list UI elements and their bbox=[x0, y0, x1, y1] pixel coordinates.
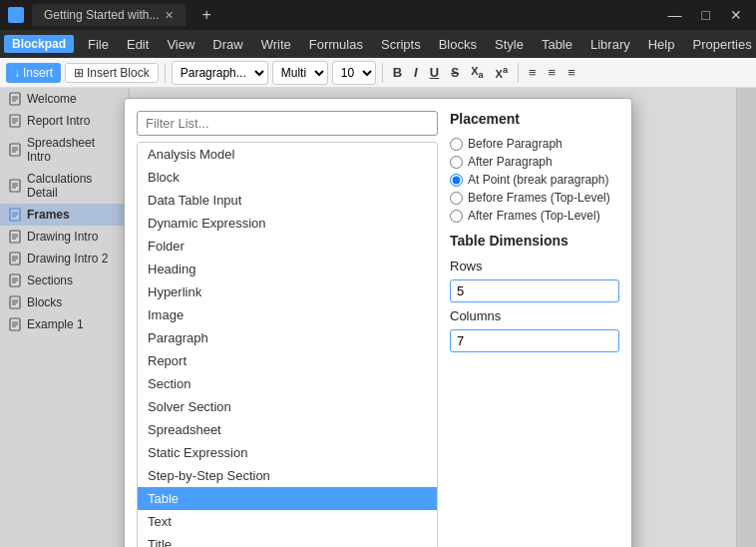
menu-table[interactable]: Table bbox=[534, 34, 580, 55]
menu-formulas[interactable]: Formulas bbox=[301, 34, 371, 55]
menu-blocks[interactable]: Blocks bbox=[431, 34, 485, 55]
menu-file[interactable]: File bbox=[80, 34, 117, 55]
window-controls: — □ ✕ bbox=[662, 7, 748, 23]
insert-button[interactable]: ↓ Insert bbox=[6, 63, 61, 83]
radio-before-frames[interactable]: Before Frames (Top-Level) bbox=[450, 191, 619, 205]
radio-before-paragraph[interactable]: Before Paragraph bbox=[450, 137, 619, 151]
menu-help[interactable]: Help bbox=[640, 34, 683, 55]
menu-library[interactable]: Library bbox=[582, 34, 638, 55]
list-item[interactable]: Solver Section bbox=[138, 395, 437, 418]
dialog-overlay: Analysis Model Block Data Table Input Dy… bbox=[0, 88, 756, 547]
bold-button[interactable]: B bbox=[389, 63, 406, 82]
list-item[interactable]: Text bbox=[138, 510, 437, 533]
columns-input[interactable] bbox=[450, 329, 619, 352]
radio-at-point[interactable]: At Point (break paragraph) bbox=[450, 173, 619, 187]
maximize-button[interactable]: □ bbox=[696, 7, 716, 23]
list-item[interactable]: Spreadsheet bbox=[138, 418, 437, 441]
menu-draw[interactable]: Draw bbox=[204, 34, 250, 55]
insert-block-icon: ⊞ bbox=[74, 66, 84, 80]
add-tab-button[interactable]: + bbox=[193, 6, 218, 24]
close-button[interactable]: ✕ bbox=[724, 7, 748, 23]
list-item[interactable]: Image bbox=[138, 303, 437, 326]
align-left-button[interactable]: ≡ bbox=[525, 63, 541, 82]
list-container[interactable]: Analysis Model Block Data Table Input Dy… bbox=[137, 142, 438, 547]
menu-edit[interactable]: Edit bbox=[119, 34, 157, 55]
align-center-button[interactable]: ≡ bbox=[545, 63, 561, 82]
align-right-button[interactable]: ≡ bbox=[564, 63, 579, 82]
list-item[interactable]: Step-by-Step Section bbox=[138, 464, 437, 487]
subscript-button[interactable]: Xa bbox=[467, 63, 487, 82]
dialog-left: Analysis Model Block Data Table Input Dy… bbox=[137, 111, 438, 547]
dimensions-group: Rows Columns bbox=[450, 259, 619, 352]
properties-label: Properties bbox=[684, 34, 756, 55]
font-size-select[interactable]: 10 bbox=[332, 61, 376, 85]
insert-icon: ↓ bbox=[14, 66, 20, 80]
list-item[interactable]: Section bbox=[138, 372, 437, 395]
list-item[interactable]: Dynamic Expression bbox=[138, 212, 437, 235]
placement-title: Placement bbox=[450, 111, 619, 127]
app-icon bbox=[8, 7, 24, 23]
radio-after-paragraph[interactable]: After Paragraph bbox=[450, 155, 619, 169]
rows-input[interactable] bbox=[450, 279, 619, 302]
paragraph-style-select[interactable]: Paragraph... bbox=[172, 61, 268, 85]
list-item[interactable]: Block bbox=[138, 166, 437, 189]
toolbar: ↓ Insert ⊞ Insert Block Paragraph... Mul… bbox=[0, 58, 756, 88]
strikethrough-button[interactable]: S bbox=[447, 64, 463, 82]
radio-after-frames[interactable]: After Frames (Top-Level) bbox=[450, 209, 619, 223]
menu-bar: Blockpad File Edit View Draw Write Formu… bbox=[0, 30, 756, 58]
dialog-body: Analysis Model Block Data Table Input Dy… bbox=[125, 99, 631, 547]
list-item[interactable]: Title bbox=[138, 533, 437, 547]
list-item[interactable]: Static Expression bbox=[138, 441, 437, 464]
close-tab-button[interactable]: ✕ bbox=[165, 9, 174, 22]
active-tab[interactable]: Getting Started with... ✕ bbox=[32, 4, 186, 26]
menu-view[interactable]: View bbox=[159, 34, 202, 55]
menu-scripts[interactable]: Scripts bbox=[373, 34, 429, 55]
toolbar-separator-1 bbox=[165, 63, 166, 83]
list-item[interactable]: Report bbox=[138, 349, 437, 372]
list-item[interactable]: Analysis Model bbox=[138, 143, 437, 166]
superscript-button[interactable]: Xa bbox=[492, 63, 512, 82]
list-item[interactable]: Folder bbox=[138, 235, 437, 258]
menu-style[interactable]: Style bbox=[487, 34, 532, 55]
rows-label: Rows bbox=[450, 259, 619, 274]
list-item[interactable]: Heading bbox=[138, 258, 437, 280]
insert-block-button[interactable]: ⊞ Insert Block bbox=[65, 63, 159, 83]
list-item[interactable]: Hyperlink bbox=[138, 280, 437, 303]
toolbar-separator-2 bbox=[382, 63, 383, 83]
tab-title: Getting Started with... bbox=[44, 8, 159, 22]
table-dimensions-title: Table Dimensions bbox=[450, 233, 619, 249]
toolbar-separator-3 bbox=[518, 63, 519, 83]
italic-button[interactable]: I bbox=[410, 63, 422, 82]
columns-label: Columns bbox=[450, 308, 619, 323]
list-item[interactable]: Data Table Input bbox=[138, 189, 437, 212]
app-logo: Blockpad bbox=[4, 35, 74, 53]
dialog-right: Placement Before Paragraph After Paragra… bbox=[450, 111, 619, 547]
title-bar: Getting Started with... ✕ + — □ ✕ bbox=[0, 0, 756, 30]
filter-input[interactable] bbox=[137, 111, 438, 136]
insert-dialog: Analysis Model Block Data Table Input Dy… bbox=[124, 98, 632, 547]
underline-button[interactable]: U bbox=[426, 63, 443, 82]
menu-write[interactable]: Write bbox=[253, 34, 299, 55]
main-layout: Welcome Report Intro Spreadsheet Intro bbox=[0, 88, 756, 547]
list-item[interactable]: Paragraph bbox=[138, 326, 437, 349]
placement-radio-group: Before Paragraph After Paragraph At Poin… bbox=[450, 137, 619, 223]
multi-style-select[interactable]: Multi bbox=[272, 61, 328, 85]
minimize-button[interactable]: — bbox=[662, 7, 688, 23]
list-item-table[interactable]: Table bbox=[138, 487, 437, 510]
